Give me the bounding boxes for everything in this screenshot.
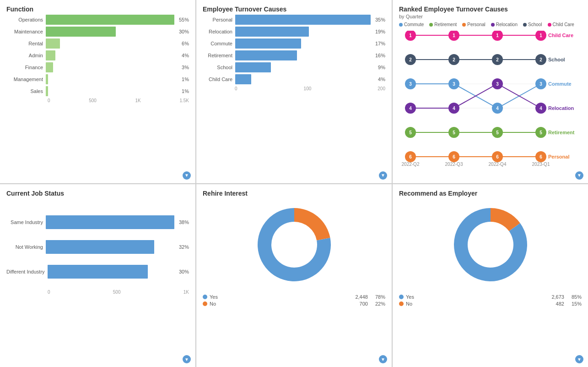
legend-val-pct: 78% bbox=[375, 294, 385, 300]
bar-fill bbox=[46, 62, 53, 72]
svg-text:Relocation: Relocation bbox=[548, 105, 574, 111]
bar-label: Not Working bbox=[6, 244, 43, 250]
axis-label: 1.5K bbox=[179, 98, 189, 103]
legend-val-num: 700 bbox=[360, 301, 368, 307]
ranked-svg: 1234562022-Q22022-Q32022-Q42023-Q11111Ch… bbox=[399, 31, 577, 168]
svg-text:4: 4 bbox=[409, 106, 412, 111]
bar-row: Sales1% bbox=[6, 86, 189, 96]
bar-row: Finance3% bbox=[6, 62, 189, 72]
bar-label: Rental bbox=[6, 41, 43, 46]
legend-dot bbox=[399, 301, 404, 306]
bar-fill bbox=[46, 86, 48, 96]
turnover-bar-chart: Personal35%Relocation19%Commute17%Retire… bbox=[203, 15, 385, 84]
legend-row: Yes2,67385% bbox=[399, 294, 582, 300]
ranked-filter-icon[interactable]: ▼ bbox=[575, 171, 583, 180]
legend-val-num: 2,673 bbox=[551, 294, 564, 300]
bar-row: Admin4% bbox=[6, 50, 189, 60]
bar-container bbox=[46, 215, 174, 229]
bar-row: School9% bbox=[203, 62, 385, 72]
ranked-legend-item: Personal bbox=[462, 22, 485, 27]
svg-text:School: School bbox=[548, 57, 565, 62]
legend-row: Yes2,44878% bbox=[203, 294, 385, 300]
svg-text:1: 1 bbox=[409, 33, 412, 38]
bar-label: Personal bbox=[203, 17, 232, 22]
job-status-title: Current Job Status bbox=[6, 190, 189, 197]
bar-container bbox=[235, 38, 371, 49]
svg-text:6: 6 bbox=[409, 154, 412, 159]
bar-container bbox=[235, 27, 371, 37]
bar-container bbox=[46, 27, 174, 37]
turnover-title: Employee Turnover Causes bbox=[203, 5, 385, 13]
svg-text:5: 5 bbox=[409, 130, 412, 135]
bar-label: Management bbox=[6, 77, 43, 82]
turnover-panel: Employee Turnover Causes Personal35%Relo… bbox=[196, 0, 392, 183]
bar-label: Operations bbox=[6, 17, 43, 22]
bar-row: Rental6% bbox=[6, 38, 189, 49]
svg-text:Personal: Personal bbox=[548, 154, 569, 159]
bar-label: Different Industry bbox=[6, 269, 45, 274]
svg-text:6: 6 bbox=[453, 154, 455, 159]
recommend-filter-icon[interactable]: ▼ bbox=[575, 355, 583, 363]
bar-row: Child Care4% bbox=[203, 74, 385, 84]
svg-text:6: 6 bbox=[539, 154, 542, 159]
svg-text:2: 2 bbox=[409, 57, 412, 62]
turnover-filter-icon[interactable]: ▼ bbox=[379, 171, 387, 180]
function-title: Function bbox=[6, 5, 189, 13]
bar-row: Retirement16% bbox=[203, 50, 385, 60]
bar-fill bbox=[48, 265, 148, 279]
job-status-filter-icon[interactable]: ▼ bbox=[183, 355, 191, 363]
legend-val-pct: 85% bbox=[572, 294, 582, 300]
axis-label: 0 bbox=[235, 86, 237, 91]
function-panel: Function Operations55%Maintenance30%Rent… bbox=[0, 0, 195, 183]
bar-container bbox=[235, 74, 373, 84]
legend-val-pct: 15% bbox=[572, 301, 582, 307]
svg-text:2022-Q2: 2022-Q2 bbox=[402, 162, 420, 167]
ranked-title: Ranked Employee Turnover Causes bbox=[399, 5, 582, 13]
bar-fill bbox=[46, 240, 154, 254]
legend-label: No bbox=[399, 301, 556, 307]
svg-text:2022-Q4: 2022-Q4 bbox=[489, 162, 507, 167]
bar-pct: 4% bbox=[378, 77, 385, 82]
ranked-legend-item: Child Care bbox=[548, 22, 574, 27]
svg-text:3: 3 bbox=[539, 82, 542, 87]
svg-text:Retirement: Retirement bbox=[548, 130, 575, 135]
svg-text:4: 4 bbox=[453, 106, 455, 111]
dashboard: Function Operations55%Maintenance30%Rent… bbox=[0, 0, 588, 367]
legend-text: Yes bbox=[210, 294, 218, 300]
legend-val-num: 2,448 bbox=[355, 294, 368, 300]
bar-fill bbox=[235, 38, 301, 49]
bar-label: School bbox=[203, 65, 232, 70]
bar-pct: 1% bbox=[182, 88, 189, 94]
rehire-filter-icon[interactable]: ▼ bbox=[379, 355, 387, 363]
ranked-legend-label: School bbox=[528, 22, 542, 27]
svg-text:2: 2 bbox=[453, 57, 455, 62]
bar-label: Retirement bbox=[203, 53, 232, 58]
legend-values: 70022% bbox=[360, 301, 385, 307]
bar-pct: 30% bbox=[179, 269, 189, 274]
axis-label: 0 bbox=[48, 290, 50, 295]
bar-pct: 6% bbox=[182, 41, 189, 46]
rehire-panel: Rehire Interest Yes2,44878%No70022% ▼ bbox=[196, 184, 392, 367]
ranked-subtitle: by Quarter bbox=[399, 14, 582, 19]
bar-row: Maintenance30% bbox=[6, 27, 189, 37]
svg-text:4: 4 bbox=[496, 106, 499, 111]
ranked-legend-label: Retirement bbox=[434, 22, 457, 27]
svg-text:2: 2 bbox=[496, 57, 499, 62]
bar-pct: 30% bbox=[179, 29, 189, 34]
recommend-donut-section: Yes2,67385%No48215% bbox=[399, 199, 582, 308]
bar-pct: 19% bbox=[375, 29, 385, 34]
function-filter-icon[interactable]: ▼ bbox=[183, 171, 191, 180]
bar-fill bbox=[235, 62, 271, 72]
axis-label: 100 bbox=[304, 86, 312, 91]
bar-fill bbox=[235, 74, 251, 84]
svg-text:Child Care: Child Care bbox=[548, 33, 573, 38]
bar-container bbox=[46, 240, 174, 254]
ranked-legend-dot bbox=[491, 23, 495, 27]
bar-row: Management1% bbox=[6, 74, 189, 84]
bar-container bbox=[46, 38, 177, 49]
svg-text:2022-Q3: 2022-Q3 bbox=[445, 162, 463, 167]
bar-fill bbox=[46, 50, 55, 60]
legend-dot bbox=[399, 295, 404, 299]
legend-text: No bbox=[406, 301, 412, 307]
legend-values: 48215% bbox=[556, 301, 582, 307]
